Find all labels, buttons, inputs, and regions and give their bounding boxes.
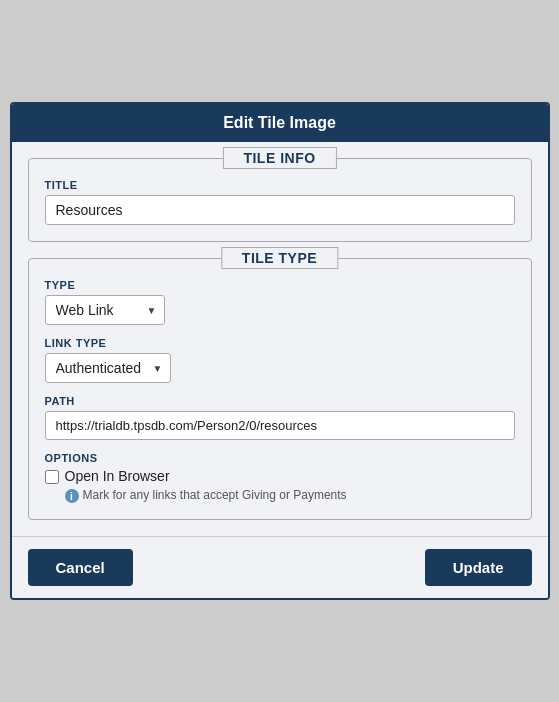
open-in-browser-row: Open In Browser: [45, 468, 515, 484]
info-text: Mark for any links that accept Giving or…: [83, 488, 347, 502]
options-label: OPTIONS: [45, 452, 515, 464]
link-type-select[interactable]: Authenticated Anonymous: [45, 353, 171, 383]
path-label: PATH: [45, 395, 515, 407]
tile-info-legend: TILE INFO: [222, 147, 336, 169]
title-input[interactable]: [45, 195, 515, 225]
modal-footer: Cancel Update: [12, 536, 548, 598]
type-select-wrapper: Web Link Internal External ▼: [45, 295, 165, 325]
cancel-button[interactable]: Cancel: [28, 549, 133, 586]
info-row: i Mark for any links that accept Giving …: [65, 488, 515, 503]
modal-title: Edit Tile Image: [223, 114, 336, 131]
link-type-label: LINK TYPE: [45, 337, 515, 349]
tile-type-section: TILE TYPE TYPE Web Link Internal Externa…: [28, 258, 532, 520]
type-select[interactable]: Web Link Internal External: [45, 295, 165, 325]
link-type-select-wrapper: Authenticated Anonymous ▼: [45, 353, 171, 383]
modal-header: Edit Tile Image: [12, 104, 548, 142]
edit-tile-image-modal: Edit Tile Image TILE INFO TITLE TILE TYP…: [10, 102, 550, 600]
info-icon: i: [65, 489, 79, 503]
modal-body: TILE INFO TITLE TILE TYPE TYPE Web Link: [12, 142, 548, 536]
title-label: TITLE: [45, 179, 515, 191]
open-in-browser-label: Open In Browser: [65, 468, 170, 484]
tile-type-legend: TILE TYPE: [221, 247, 338, 269]
tile-info-section: TILE INFO TITLE: [28, 158, 532, 242]
update-button[interactable]: Update: [425, 549, 532, 586]
type-label: TYPE: [45, 279, 515, 291]
open-in-browser-checkbox[interactable]: [45, 470, 59, 484]
path-input[interactable]: [45, 411, 515, 440]
